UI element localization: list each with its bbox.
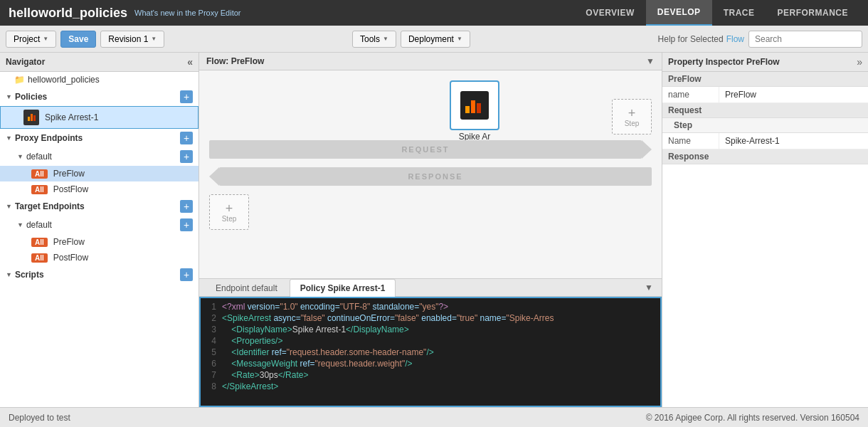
deployment-button[interactable]: Deployment ▼	[401, 31, 470, 48]
navigator-panel: Navigator « 📁 helloworld_policies ▼ Poli…	[0, 53, 199, 407]
line-num-4: 4	[201, 336, 222, 346]
spike-arrest-label: Spike Arrest-1	[45, 112, 98, 122]
scripts-add-button[interactable]: +	[180, 268, 193, 281]
target-preflow-badge: All	[31, 238, 48, 247]
line-num-7: 7	[201, 370, 222, 380]
help-for-selected: Help for Selected Flow	[658, 34, 744, 44]
xml-content[interactable]: 1 <?xml version="1.0" encoding="UTF-8" s…	[199, 297, 662, 407]
nav-section-scripts[interactable]: ▼ Scripts +	[0, 265, 199, 284]
pi-response-section: Response	[662, 149, 868, 164]
xml-line-7: 7 <Rate>30ps</Rate>	[201, 369, 660, 381]
nav-target-default[interactable]: ▼ default +	[0, 216, 199, 234]
step-add-label-bottom: Step	[222, 215, 237, 223]
navigator-title: Navigator	[6, 57, 45, 67]
flow-area: Flow: PreFlow ▼ Spike Arrest-1	[199, 53, 662, 407]
nav-performance[interactable]: PERFORMANCE	[766, 0, 859, 26]
nav-target-preflow[interactable]: All PreFlow	[0, 234, 199, 250]
tools-button[interactable]: Tools ▼	[352, 31, 396, 48]
xml-line-5: 5 <Identifier ref="request.header.some-h…	[201, 347, 660, 358]
flow-title: Flow: PreFlow	[206, 56, 264, 66]
target-endpoints-triangle: ▼	[6, 203, 12, 210]
nav-proxy-default[interactable]: ▼ default +	[0, 147, 199, 166]
whats-new-link[interactable]: What's new in the Proxy Editor	[134, 9, 240, 17]
nav-section-policies[interactable]: ▼ Policies +	[0, 88, 199, 106]
pi-name-row: name PreFlow	[662, 87, 868, 103]
request-row: REQUEST	[199, 140, 662, 159]
preflow-badge: All	[31, 169, 48, 179]
line-num-5: 5	[201, 347, 222, 357]
tab-endpoint-default[interactable]: Endpoint default	[205, 279, 288, 297]
root-item-label: helloworld_policies	[28, 75, 100, 85]
tab-policy-spike-arrest[interactable]: Policy Spike Arrest-1	[290, 279, 396, 297]
xml-tab-chevron[interactable]: ▼	[642, 280, 656, 295]
policies-label: Policies	[15, 92, 47, 102]
project-label: Project	[14, 34, 40, 44]
flow-header: Flow: PreFlow ▼	[199, 53, 662, 70]
revision-button[interactable]: Revision 1 ▼	[100, 31, 164, 48]
pi-request-section: Request	[662, 103, 868, 118]
status-right: © 2016 Apigee Corp. All rights reserved.…	[646, 413, 859, 423]
main-layout: Navigator « 📁 helloworld_policies ▼ Poli…	[0, 53, 868, 407]
save-button[interactable]: Save	[60, 31, 96, 48]
property-inspector: Property Inspector PreFlow » PreFlow nam…	[662, 53, 868, 407]
search-input[interactable]	[748, 31, 862, 48]
line-num-2: 2	[201, 313, 222, 323]
pi-title: Property Inspector PreFlow	[668, 57, 780, 67]
target-default-triangle: ▼	[17, 221, 23, 228]
save-label: Save	[68, 34, 88, 44]
preflow-label: PreFlow	[53, 169, 85, 179]
navigator-header: Navigator «	[0, 53, 199, 72]
nav-spike-arrest[interactable]: Spike Arrest-1	[0, 106, 199, 129]
target-default-add-button[interactable]: +	[180, 218, 193, 231]
scripts-triangle: ▼	[6, 271, 12, 278]
line-num-8: 8	[201, 381, 222, 391]
pi-step-name-row: Name Spike-Arrest-1	[662, 133, 868, 149]
nav-proxy-preflow[interactable]: All PreFlow	[0, 166, 199, 181]
nav-overview[interactable]: OVERVIEW	[574, 0, 645, 26]
step-add-box-bottom[interactable]: + Step	[209, 194, 249, 230]
deployment-chevron: ▼	[457, 36, 462, 42]
step-add-plus-bottom: +	[226, 202, 233, 215]
step-add-box[interactable]: + Step	[612, 99, 652, 135]
pi-step-name-key: Name	[662, 133, 719, 149]
response-label: RESPONSE	[408, 172, 462, 181]
nav-section-target-endpoints[interactable]: ▼ Target Endpoints +	[0, 197, 199, 216]
spike-arrest-icon	[23, 110, 39, 125]
flow-canvas: Spike Arrest-1 + Step REQUEST	[199, 70, 662, 278]
pi-name-key: name	[662, 87, 719, 102]
proxy-endpoints-add-button[interactable]: +	[180, 132, 193, 144]
nav-root-item[interactable]: 📁 helloworld_policies	[0, 72, 199, 88]
pi-step-section: Step	[662, 118, 868, 133]
pi-name-val: PreFlow	[719, 87, 868, 102]
response-arrow	[209, 167, 219, 186]
flow-collapse-btn[interactable]: ▼	[646, 56, 655, 66]
step-add-label: Step	[625, 120, 640, 127]
xml-editor: Endpoint default Policy Spike Arrest-1 ▼…	[199, 278, 662, 407]
navigator-collapse[interactable]: «	[187, 56, 193, 68]
nav-proxy-postflow[interactable]: All PostFlow	[0, 181, 199, 197]
nav-section-proxy-endpoints[interactable]: ▼ Proxy Endpoints +	[0, 129, 199, 147]
nav-target-postflow[interactable]: All PostFlow	[0, 250, 199, 265]
request-label: REQUEST	[401, 145, 449, 154]
line-num-3: 3	[201, 325, 222, 334]
folder-icon: 📁	[14, 75, 25, 85]
project-button[interactable]: Project ▼	[6, 31, 56, 48]
proxy-endpoints-triangle: ▼	[6, 135, 12, 142]
policies-triangle: ▼	[6, 93, 12, 100]
nav-develop[interactable]: DEVELOP	[646, 0, 712, 26]
revision-chevron: ▼	[151, 36, 157, 42]
policies-add-button[interactable]: +	[180, 90, 193, 103]
line-num-1: 1	[201, 302, 222, 312]
top-header: helloworld_policies What's new in the Pr…	[0, 0, 868, 26]
nav-trace[interactable]: TRACE	[712, 0, 766, 26]
step-add-plus: +	[628, 107, 636, 120]
pi-header: Property Inspector PreFlow »	[662, 53, 868, 72]
target-endpoints-add-button[interactable]: +	[180, 200, 193, 213]
flow-link[interactable]: Flow	[726, 34, 744, 44]
postflow-label: PostFlow	[53, 184, 88, 194]
pi-expand-btn[interactable]: »	[857, 56, 862, 68]
proxy-default-add-button[interactable]: +	[180, 150, 193, 163]
xml-line-4: 4 <Properties/>	[201, 335, 660, 347]
request-arrow	[642, 140, 652, 159]
status-bar: Deployed to test © 2016 Apigee Corp. All…	[0, 407, 868, 427]
